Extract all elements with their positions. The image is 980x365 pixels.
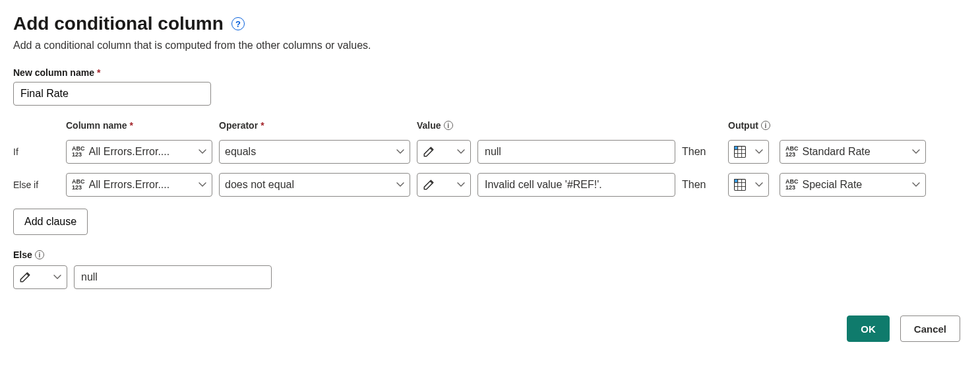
- column-name-select[interactable]: ABC123All Errors.Error....: [66, 140, 212, 164]
- new-column-name-label: New column name*: [13, 67, 967, 78]
- info-icon[interactable]: i: [444, 121, 453, 130]
- output-select[interactable]: ABC123Special Rate: [780, 173, 926, 197]
- chevron-down-icon: [457, 149, 465, 154]
- abc123-icon: ABC123: [72, 146, 85, 158]
- operator-select[interactable]: does not equal: [219, 173, 410, 197]
- pencil-icon: [423, 179, 435, 191]
- ok-button[interactable]: OK: [847, 315, 890, 342]
- else-label: Else i: [13, 249, 967, 260]
- conditions-grid: Column name * Operator * Value i Output …: [13, 120, 967, 197]
- chevron-down-icon: [396, 182, 404, 187]
- abc123-icon: ABC123: [785, 179, 799, 191]
- info-icon[interactable]: i: [35, 250, 44, 259]
- pencil-icon: [423, 146, 435, 158]
- dialog-subtitle: Add a conditional column that is compute…: [13, 40, 967, 51]
- dialog-title: Add conditional column: [13, 13, 224, 34]
- table-icon: [734, 179, 746, 191]
- chevron-down-icon: [396, 149, 404, 154]
- output-type-select[interactable]: [728, 140, 769, 164]
- value-input[interactable]: null: [477, 140, 675, 164]
- add-clause-button[interactable]: Add clause: [13, 209, 88, 235]
- if-label: If: [13, 147, 59, 157]
- chevron-down-icon: [755, 149, 763, 154]
- output-header: Output i: [728, 120, 926, 131]
- chevron-down-icon: [199, 182, 206, 187]
- value-type-select[interactable]: [417, 173, 471, 197]
- abc123-icon: ABC123: [72, 179, 85, 191]
- column-name-header: Column name *: [66, 120, 212, 131]
- column-name-select[interactable]: ABC123All Errors.Error....: [66, 173, 212, 197]
- chevron-down-icon: [755, 182, 763, 187]
- chevron-down-icon: [199, 149, 206, 154]
- new-column-name-input[interactable]: [13, 82, 211, 106]
- else-type-select[interactable]: [13, 265, 67, 289]
- else-if-label: Else if: [13, 180, 59, 190]
- info-icon[interactable]: i: [761, 121, 770, 130]
- output-select[interactable]: ABC123Standard Rate: [780, 140, 926, 164]
- then-label: Then: [682, 179, 721, 191]
- chevron-down-icon: [53, 275, 61, 280]
- operator-select[interactable]: equals: [219, 140, 410, 164]
- else-value-input[interactable]: null: [74, 265, 272, 289]
- operator-header: Operator *: [219, 120, 410, 131]
- chevron-down-icon: [912, 149, 920, 154]
- value-type-select[interactable]: [417, 140, 471, 164]
- cancel-button[interactable]: Cancel: [900, 315, 960, 342]
- chevron-down-icon: [912, 182, 920, 187]
- abc123-icon: ABC123: [785, 146, 799, 158]
- value-header: Value i: [417, 120, 675, 131]
- table-icon: [734, 146, 746, 158]
- help-icon[interactable]: ?: [231, 17, 245, 30]
- pencil-icon: [19, 271, 31, 283]
- value-input[interactable]: Invalid cell value '#REF!'.: [477, 173, 675, 197]
- then-label: Then: [682, 146, 721, 158]
- chevron-down-icon: [457, 182, 465, 187]
- output-type-select[interactable]: [728, 173, 769, 197]
